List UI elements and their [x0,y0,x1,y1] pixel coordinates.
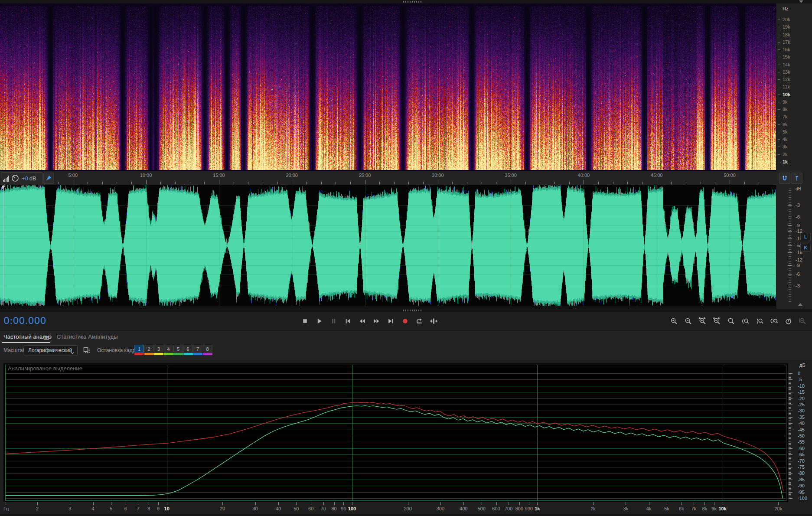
freq-scale-tick [778,147,780,147]
decibel-axis-tick [789,422,791,422]
gain-knob-icon[interactable] [11,174,19,184]
scrollbar-up-arrow-icon[interactable] [799,0,803,3]
decibel-axis-tick [789,454,792,455]
zoom-timer-button[interactable] [784,317,792,325]
hold-frame-button-3[interactable]: 3 [154,345,163,353]
timeline-label: 15:00 [213,173,225,178]
hold-frames-label: Остановка кадра: [97,347,140,353]
frequency-axis-label: 600 [492,506,500,511]
stop-button[interactable] [301,317,309,325]
decibel-axis-tick [789,477,791,477]
tab-amplitude-statistics[interactable]: Статистика Амплитуды [57,333,117,340]
level-meter-icon[interactable] [3,175,10,183]
zoom-sel-left-button[interactable] [741,317,750,325]
freq-scale-tick [778,109,780,110]
zoom-in-vertical-button[interactable] [799,317,807,325]
zoom-out-button[interactable] [684,317,692,325]
scrollbar-down-arrow-icon[interactable] [798,303,802,306]
pin-playhead-button[interactable] [43,173,54,184]
decibel-axis-label: -35 [798,415,805,420]
frequency-axis-label: 80 [331,506,336,511]
skip-end-button[interactable] [387,317,395,325]
frequency-axis-label: 3k [623,506,628,511]
hold-frame-button-5[interactable]: 5 [173,345,183,353]
playhead-line[interactable] [3,185,4,306]
decibel-axis-tick [789,447,791,447]
hold-frame-button-1[interactable]: 1 [134,345,144,353]
decibel-axis-tick [789,481,791,481]
freq-scale-label: 17k [783,39,790,45]
fast-forward-button[interactable] [372,317,381,325]
spectrogram-display[interactable] [0,3,776,171]
frequency-plot-canvas[interactable] [3,363,788,502]
hold-frame-button-8[interactable]: 8 [203,345,212,353]
freq-scale-tick [778,65,780,65]
scale-select[interactable]: Логарифмический [24,345,78,356]
frequency-axis-label: 10k [718,506,726,511]
decibel-axis-tick [789,407,791,408]
gain-value[interactable]: +0dB [22,175,36,182]
copy-frame-button[interactable] [82,346,91,355]
zoom-out-time-button[interactable] [713,317,721,325]
panel-grip-middle[interactable] [0,309,812,312]
decibel-axis-tick [789,478,791,479]
decibel-axis-tick [789,392,792,392]
panel-menu-icon[interactable] [44,334,49,342]
zoom-full-button[interactable] [727,317,735,325]
decibel-axis-tick [789,379,792,380]
waveform-display[interactable] [0,185,776,306]
play-button[interactable] [315,317,323,325]
decibel-axis-tick [789,471,791,471]
channel-button-k[interactable]: K [800,244,811,252]
hold-frame-button-2[interactable]: 2 [144,345,154,353]
timeline-tick [496,182,496,184]
decibel-axis-tick [789,397,791,398]
decibel-axis-tick [789,426,791,426]
frequency-axis-tick [626,502,626,505]
frequency-axis-tick [138,502,138,505]
spot-playhead-button[interactable] [430,317,438,325]
marker-button[interactable] [791,173,802,184]
analyzed-selection-label: Анализированое выделение [8,365,82,372]
hold-frame-button-6[interactable]: 6 [183,345,193,353]
decibel-axis-tick [789,376,791,376]
time-display[interactable]: 0:00.000 [3,315,46,326]
hold-frame-button-4[interactable]: 4 [164,345,173,353]
freq-scale-label: 16k [783,47,790,52]
frequency-axis-tick [649,502,649,505]
spectral-frequency-ruler[interactable]: Hz 20k19k18k17k16k15k14k13k12k11k10k9k8k… [776,3,812,171]
rewind-button[interactable] [358,317,366,325]
zoom-in-button[interactable] [670,317,678,325]
decibel-axis-tick [789,373,792,374]
skip-start-button[interactable] [344,317,352,325]
frequency-axis-label: 40 [276,506,281,511]
zoom-selection-button[interactable] [770,317,778,325]
timeline-tick [627,182,628,184]
panel-grip-top[interactable] [0,0,812,3]
decibel-axis-tick [789,492,792,493]
playhead-handle[interactable] [2,186,6,189]
zoom-in-time-button[interactable] [698,317,707,325]
zoom-sel-right-button[interactable] [756,317,764,325]
frequency-axis-tick [537,502,538,505]
decibel-axis-tick [789,470,791,470]
timeline-label: 35:00 [505,173,517,178]
decibel-axis-tick [789,427,791,428]
decibel-axis-tick [789,389,791,389]
frequency-axis-tick [778,502,779,505]
magnet-snap-button[interactable] [779,173,790,184]
amplitude-ruler[interactable]: dB -3-3-6-6-9-9-12-12-18-18-∞LK [776,185,812,309]
decibel-axis-tick [789,408,791,409]
decibel-axis-tick [789,457,791,457]
hold-frame-button-7[interactable]: 7 [193,345,202,353]
timeline-tick [613,182,613,184]
channel-button-l[interactable]: L [800,233,811,241]
amplitude-tick [788,260,792,260]
timeline-tick [131,182,132,184]
timeline-ruler[interactable]: 5:0010:0015:0020:0025:0030:0035:0040:004… [0,171,776,185]
frequency-axis-label: 6 [124,506,127,511]
loop-playback-button[interactable] [415,317,424,325]
hold-frame-color-swatch [134,353,144,355]
pause-button[interactable] [329,317,338,325]
record-button[interactable] [401,317,409,325]
